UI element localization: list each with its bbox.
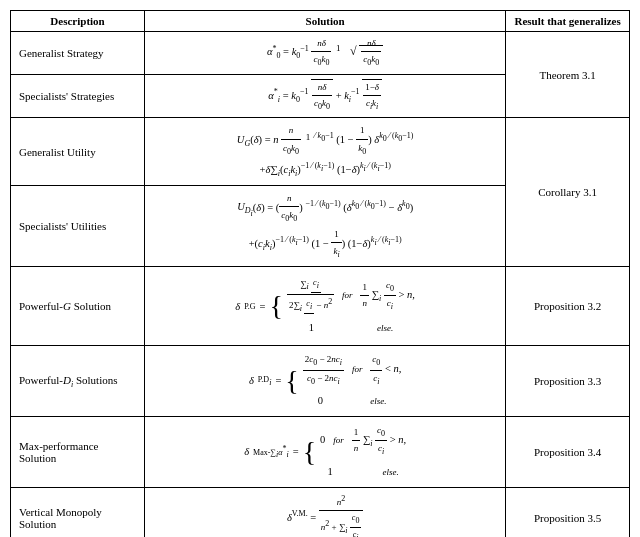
- sol-max-performance: δMax-∑iα*i = { 0 for 1n ∑i c0ci > n,: [145, 417, 506, 488]
- desc-specialists-strategies: Specialists' Strategies: [11, 74, 145, 118]
- sol-powerful-di: δP.Di = { 2c0 − 2nci c0 − 2nci for c0ci: [145, 346, 506, 417]
- sol-vertical-monopoly: δV.M. = n2 n2 + ∑i c0ci: [145, 487, 506, 537]
- header-description: Description: [11, 11, 145, 32]
- desc-vertical-monopoly: Vertical Monopoly Solution: [11, 487, 145, 537]
- result-prop33: Proposition 3.3: [506, 346, 630, 417]
- header-result: Result that generalizes: [506, 11, 630, 32]
- desc-powerful-di: Powerful-Di Solutions: [11, 346, 145, 417]
- table-row: Powerful-Di Solutions δP.Di = { 2c0 − 2n…: [11, 346, 630, 417]
- desc-specialists-utilities: Specialists' Utilities: [11, 185, 145, 267]
- result-theorem31: Theorem 3.1: [506, 32, 630, 118]
- result-prop34: Proposition 3.4: [506, 417, 630, 488]
- table-row: Max-performance Solution δMax-∑iα*i = { …: [11, 417, 630, 488]
- table-row: Generalist Strategy α*0 = k0−1 nδ c0k0 1…: [11, 32, 630, 75]
- sol-specialists-strategies: α*i = k0−1 nδc0k0 + ki−1 1−δciki: [145, 74, 506, 118]
- table-row: Generalist Utility UG(δ) = n n c0k0 1 ⁄ …: [11, 118, 630, 185]
- result-prop32: Proposition 3.2: [506, 267, 630, 346]
- header-solution: Solution: [145, 11, 506, 32]
- sol-powerful-g: δP.G = { ∑i ci 2∑i ci − n2 for 1n: [145, 267, 506, 346]
- result-prop35: Proposition 3.5: [506, 487, 630, 537]
- sol-specialists-utilities: UDi(δ) = (nc0k0) −1 ⁄ (k0−1) (δk0 ⁄ (k0−…: [145, 185, 506, 267]
- table-row: Vertical Monopoly Solution δV.M. = n2 n2…: [11, 487, 630, 537]
- desc-generalist-utility: Generalist Utility: [11, 118, 145, 185]
- desc-powerful-g: Powerful-G Solution: [11, 267, 145, 346]
- desc-max-performance: Max-performance Solution: [11, 417, 145, 488]
- desc-generalist-strategy: Generalist Strategy: [11, 32, 145, 75]
- sol-generalist-strategy: α*0 = k0−1 nδ c0k0 1 √ nδ: [145, 32, 506, 75]
- table-row: Powerful-G Solution δP.G = { ∑i ci 2∑i c…: [11, 267, 630, 346]
- result-corollary31a: Corollary 3.1: [506, 118, 630, 267]
- sol-generalist-utility: UG(δ) = n n c0k0 1 ⁄ k0−1 (1 − 1k0) δk0 …: [145, 118, 506, 185]
